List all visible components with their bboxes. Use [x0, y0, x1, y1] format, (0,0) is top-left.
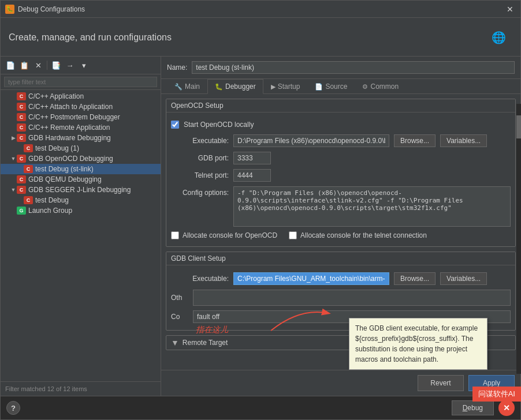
main-content: 📄 📋 ✕ 📑 → ▾ C C/C++ Application — [1, 57, 520, 396]
close-window-button[interactable]: ✕ — [504, 3, 516, 15]
gdb-section-title: GDB Client Setup — [166, 252, 515, 265]
tab-debugger[interactable]: 🐛 Debugger — [207, 79, 263, 94]
tree-label: test Debug — [35, 196, 69, 204]
c-icon: C — [17, 113, 26, 121]
tree-item-cpp-remote[interactable]: C C/C++ Remote Application — [1, 122, 161, 133]
debugger-tab-icon: 🐛 — [215, 83, 223, 91]
gdb-other-label: Oth — [171, 294, 188, 302]
help-button[interactable]: ? — [6, 401, 20, 415]
title-bar: 🐛 Debug Configurations ✕ — [1, 1, 520, 18]
c-icon: C — [17, 103, 26, 111]
c-icon: C — [24, 196, 33, 204]
debug-button[interactable]: Debug — [452, 400, 494, 415]
c-icon: C — [17, 155, 26, 163]
tree-item-launch-group[interactable]: G Launch Group — [1, 205, 161, 216]
debug-bar: ? Debug ✕ — [1, 396, 520, 419]
tab-main[interactable]: 🔧 Main — [167, 79, 207, 94]
tree-item-gdb-openocd[interactable]: ▼ C GDB OpenOCD Debugging — [1, 153, 161, 164]
scroll-track — [516, 104, 520, 374]
tab-source[interactable]: 📄 Source — [307, 79, 355, 94]
gdb-port-label: GDB port: — [171, 154, 229, 162]
tree-label: Launch Group — [28, 207, 72, 215]
config-options-right: -f "D:\Program Files (x86)\openocd\openo… — [233, 186, 511, 227]
tab-bar: 🔧 Main 🐛 Debugger ▶ Startup 📄 Source ⚙ — [161, 79, 520, 94]
header-title: Create, manage, and run configurations — [9, 32, 172, 43]
c-icon: C — [17, 134, 26, 142]
tree-item-test-debug-1[interactable]: C test Debug (1) — [1, 143, 161, 153]
tree-item-cpp-attach[interactable]: C C/C++ Attach to Application — [1, 102, 161, 112]
tree-item-gdb-hardware[interactable]: ▶ C GDB Hardware Debugging — [1, 133, 161, 143]
name-row: Name: — [161, 57, 520, 79]
gdb-variables-button[interactable]: Variables... — [440, 272, 487, 285]
tree-label: GDB QEMU Debugging — [28, 175, 102, 183]
arrow-button[interactable]: → — [64, 59, 76, 72]
debug-right: Debug ✕ — [452, 400, 515, 416]
source-tab-icon: 📄 — [315, 83, 323, 91]
c-icon: C — [17, 175, 26, 183]
allocate-openocd-label: Allocate console for OpenOCD — [183, 231, 277, 239]
gdb-browse-button[interactable]: Browse... — [394, 272, 436, 285]
telnet-port-input[interactable] — [233, 169, 271, 182]
config-options-textarea[interactable]: -f "D:\Program Files (x86)\openocd\openo… — [233, 186, 511, 227]
toggle — [10, 103, 17, 110]
tree-item-test-debug-stlink[interactable]: C test Debug (st-link) — [1, 164, 161, 174]
startup-tab-icon: ▶ — [271, 83, 276, 91]
other-area[interactable] — [193, 290, 511, 306]
main-tab-icon: 🔧 — [174, 83, 183, 91]
name-input[interactable] — [192, 61, 515, 74]
left-panel: 📄 📋 ✕ 📑 → ▾ C C/C++ Application — [1, 57, 161, 396]
allocate-telnet-checkbox[interactable] — [289, 231, 297, 239]
executable-input[interactable] — [233, 134, 389, 147]
toggle-collapse[interactable]: ▼ — [10, 186, 17, 193]
scroll-thumb[interactable] — [516, 115, 520, 138]
duplicate-config-button[interactable]: 📑 — [50, 59, 62, 72]
c-icon: C — [17, 123, 26, 132]
openocd-section-body: Start OpenOCD locally Executable: Browse… — [166, 112, 515, 246]
delete-config-button[interactable]: ✕ — [32, 59, 44, 72]
c-icon: C — [17, 92, 26, 100]
tree-label: test Debug (st-link) — [35, 165, 94, 173]
revert-button[interactable]: Revert — [418, 375, 464, 391]
allocate-telnet-item: Allocate console for the telnet connecti… — [289, 231, 427, 239]
new-config-button[interactable]: 📄 — [4, 59, 17, 72]
toggle — [10, 93, 17, 100]
tree-item-gdb-qemu[interactable]: C GDB QEMU Debugging — [1, 174, 161, 185]
browse-button[interactable]: Browse... — [394, 134, 436, 147]
start-locally-checkbox[interactable] — [171, 121, 179, 129]
gdb-port-input[interactable] — [233, 152, 271, 164]
gdb-other-row: Oth — [171, 287, 511, 308]
gdb-executable-input[interactable] — [233, 272, 389, 285]
tree-label: C/C++ Application — [28, 92, 84, 100]
tree-item-test-debug-2[interactable]: C test Debug — [1, 195, 161, 205]
dropdown-button[interactable]: ▾ — [77, 59, 90, 72]
allocate-openocd-checkbox[interactable] — [171, 231, 179, 239]
toggle-collapse[interactable]: ▼ — [10, 155, 17, 162]
filter-status: Filter matched 12 of 12 items — [1, 381, 161, 396]
openocd-section: OpenOCD Setup Start OpenOCD locally Exec… — [166, 99, 516, 247]
allocate-row: Allocate console for OpenOCD Allocate co… — [171, 229, 511, 242]
tab-common[interactable]: ⚙ Common — [355, 79, 406, 94]
tree-item-cpp-postmortem[interactable]: C C/C++ Postmortem Debugger — [1, 112, 161, 122]
tree-item-cpp-app[interactable]: C C/C++ Application — [1, 91, 161, 102]
gdb-executable-label: Executable: — [171, 275, 229, 283]
filter-input[interactable] — [4, 77, 157, 87]
executable-row: Executable: Browse... Variables... — [171, 132, 511, 149]
tree-item-gdb-segger[interactable]: ▼ C GDB SEGGER J-Link Debugging — [1, 185, 161, 195]
gdb-commands-label: Co — [171, 313, 188, 321]
new-config-from-button[interactable]: 📋 — [18, 59, 31, 72]
c-icon: C — [24, 165, 33, 173]
tree-label: C/C++ Remote Application — [28, 123, 110, 132]
tree-label: GDB Hardware Debugging — [28, 134, 111, 142]
variables-button[interactable]: Variables... — [440, 134, 487, 147]
tab-startup[interactable]: ▶ Startup — [263, 79, 308, 94]
bottom-bar: Revert Apply — [161, 370, 520, 396]
toggle-expand[interactable]: ▶ — [10, 134, 17, 141]
filter-box — [1, 74, 161, 90]
telnet-port-row: Telnet port: — [171, 167, 511, 184]
name-label: Name: — [167, 63, 187, 72]
tree-label: GDB OpenOCD Debugging — [28, 155, 113, 163]
g-icon: G — [17, 207, 26, 215]
toggle — [17, 166, 24, 172]
close-debug-button[interactable]: ✕ — [498, 400, 515, 416]
config-options-row: Config options: -f "D:\Program Files (x8… — [171, 184, 511, 229]
